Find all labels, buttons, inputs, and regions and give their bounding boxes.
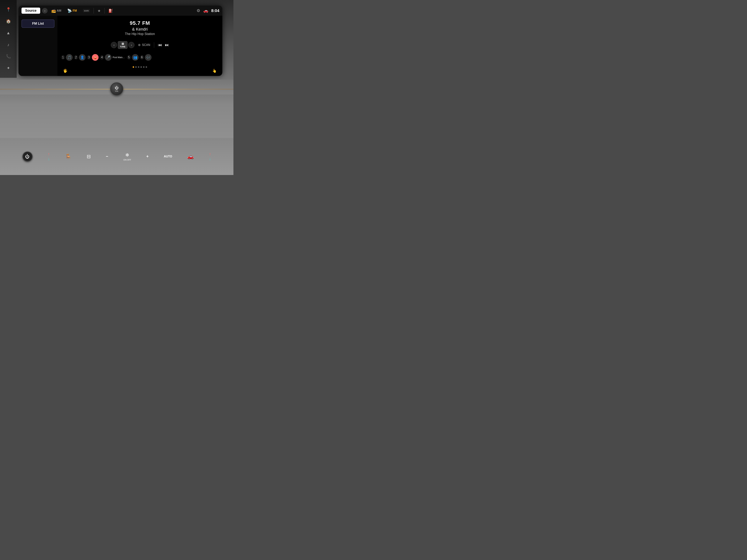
preset-4[interactable]: 4 🎤 Post Malone... (100, 54, 126, 61)
fm-list-button[interactable]: FM List (22, 20, 54, 28)
main-screen: Source ‹ 📻 AM 📡 FM sxm (19, 5, 222, 76)
tune-group: ‹ ⊞ TUNE › (111, 41, 134, 49)
preset-avatar-5: 👥 (132, 54, 138, 61)
vol-power-icon: ⏻ (115, 86, 119, 90)
phone-icon[interactable]: 📞 (6, 54, 11, 59)
climate-power-button[interactable]: ⏻ (22, 152, 33, 162)
station-frequency: 95.7 FM (125, 20, 155, 26)
preset-1[interactable]: 1 🎵 (61, 54, 73, 61)
page-dots (61, 66, 218, 68)
tab-fm-label: FM (73, 9, 77, 12)
divider-1 (94, 8, 94, 14)
right-temp-control: ↑ ↓ (209, 152, 211, 161)
dot-1 (133, 66, 134, 68)
fan-minus-button[interactable]: − (106, 154, 108, 159)
preset-6[interactable]: 6 🎶 (140, 54, 152, 61)
rewind-button[interactable]: ⏮ (158, 43, 162, 47)
hand-point-icon: 👆 (212, 69, 217, 73)
scan-label: SCAN (142, 43, 150, 47)
car-icon: 🚗 (203, 8, 208, 13)
preset-label-4: Post Malone... (113, 56, 126, 59)
divider-2 (104, 8, 105, 14)
top-bar: Source ‹ 📻 AM 📡 FM sxm (19, 5, 222, 16)
preset-5[interactable]: 5 👥 (127, 54, 138, 61)
scan-group[interactable]: SCAN (138, 43, 150, 47)
dot-3 (138, 66, 139, 68)
dot-2 (135, 66, 137, 68)
fastforward-button[interactable]: ⏭ (165, 43, 169, 47)
fan-label: ON·OFF (123, 159, 131, 161)
minus-icon: − (106, 154, 108, 159)
auto-label: AUTO (164, 155, 172, 158)
station-description: The Hip Hop Station (125, 32, 155, 36)
tune-prev-button[interactable]: ‹ (111, 42, 117, 48)
preset-3[interactable]: 3 🎪 (87, 54, 99, 61)
preset-num-2: 2 (74, 56, 78, 59)
preset-num-6: 6 (140, 56, 144, 59)
back-button[interactable]: ‹ (42, 8, 48, 14)
preset-avatar-6: 🎶 (145, 54, 152, 61)
preset-num-5: 5 (127, 56, 131, 59)
scan-dot (138, 44, 140, 46)
left-temp-up-arrow[interactable]: ↑ (48, 152, 50, 157)
dot-6 (146, 66, 147, 68)
left-panel: FM List (19, 16, 57, 76)
tab-bluetooth[interactable]: ★ (95, 8, 103, 14)
sxm-label: sxm (83, 9, 90, 12)
presets-row: 1 🎵 2 👤 3 🎪 4 🎤 Post Malone... (61, 54, 218, 61)
left-sidebar: 📍 🏠 ▲ ♪ 📞 ✦ (0, 0, 17, 78)
playback-buttons: ⏮ ⏭ (158, 43, 169, 47)
tab-fm[interactable]: 📡 FM (65, 8, 79, 14)
hand-wave-icon: 🖐 (63, 69, 68, 73)
car-heat-button[interactable]: 🚗 (187, 154, 194, 160)
auto-button[interactable]: AUTO (164, 155, 172, 158)
fan-onoff-button[interactable]: ❄ ON·OFF (123, 152, 131, 161)
fm-icon: 📡 (67, 8, 72, 13)
right-temp-up-arrow[interactable]: ↑ (209, 152, 211, 157)
source-controls: ‹ 📻 AM 📡 FM sxm ★ (42, 8, 197, 14)
time-display: 8:04 (211, 8, 220, 13)
dot-5 (143, 66, 145, 68)
tune-next-button[interactable]: › (128, 42, 134, 48)
bluetooth-icon: ★ (98, 8, 101, 13)
preset-avatar-4: 🎤 (105, 54, 111, 61)
preset-avatar-1: 🎵 (66, 54, 73, 61)
preset-num-1: 1 (61, 56, 65, 59)
left-temp-down-arrow[interactable]: ↓ (48, 157, 50, 161)
location-icon[interactable]: 📍 (6, 7, 11, 12)
station-info: 95.7 FM & Kendri The Hip Hop Station (125, 20, 155, 36)
settings-icon[interactable]: ⚙ (197, 8, 200, 13)
plus-icon: + (146, 154, 149, 159)
seat-heat-button[interactable]: 🪑 (65, 154, 72, 160)
preset-num-3: 3 (87, 56, 91, 59)
right-temp-down-arrow[interactable]: ↓ (209, 157, 211, 161)
apps-icon[interactable]: ✦ (7, 66, 10, 71)
music-icon[interactable]: ♪ (7, 43, 9, 47)
tune-center[interactable]: ⊞ TUNE (118, 41, 127, 49)
vol-knob[interactable]: ⏻ VOL (110, 82, 123, 96)
controls-row: ‹ ⊞ TUNE › SCAN ⏮ ⏭ (61, 41, 218, 49)
tab-am[interactable]: 📻 AM (49, 8, 63, 14)
climate-bar: ⏻ ↑ ↓ 🪑 ⊟ − ❄ ON·OFF + AUTO (0, 138, 233, 175)
preset-num-4: 4 (100, 56, 104, 59)
rear-defrost-button[interactable]: ⊟ (87, 154, 91, 159)
navigation-icon[interactable]: ▲ (6, 31, 10, 35)
fan-icon: ❄ (125, 152, 129, 158)
preset-2[interactable]: 2 👤 (74, 54, 85, 61)
station-artist: & Kendri (125, 27, 155, 32)
preset-avatar-2: 👤 (79, 54, 85, 61)
tab-am-label: AM (57, 9, 61, 12)
top-right: ⚙ 🚗 8:04 (197, 8, 220, 13)
tab-sxm[interactable]: sxm (81, 8, 92, 13)
content-area: FM List 95.7 FM & Kendri The Hip Hop Sta… (19, 16, 222, 76)
bottom-icons: 🖐 👆 (61, 69, 218, 73)
tab-usb[interactable]: ⛽ (106, 8, 115, 14)
seat-heat-icon: 🪑 (65, 154, 72, 160)
fan-plus-button[interactable]: + (146, 154, 149, 159)
home-icon[interactable]: 🏠 (6, 19, 11, 24)
car-heat-icon: 🚗 (187, 154, 194, 160)
vol-label: VOL (115, 90, 119, 92)
usb-icon: ⛽ (108, 8, 113, 13)
source-button[interactable]: Source (22, 7, 40, 14)
preset-avatar-3: 🎪 (92, 54, 99, 61)
